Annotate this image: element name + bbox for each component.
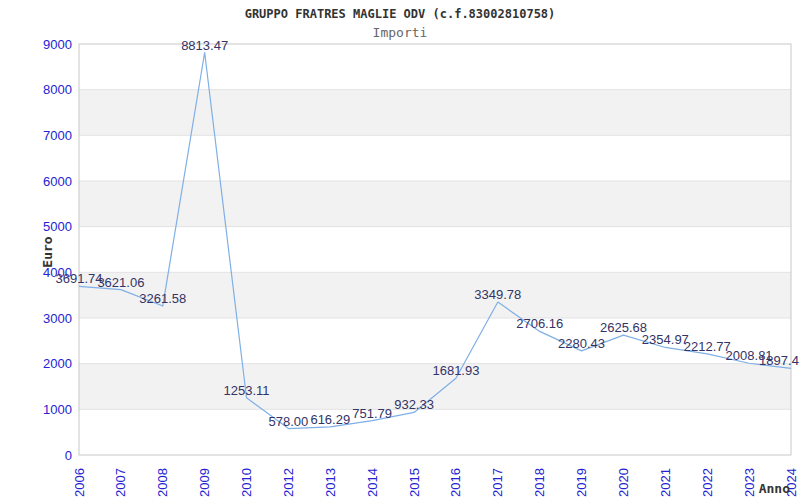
x-tick-label: 2017 bbox=[490, 468, 505, 497]
y-tick-label: 8000 bbox=[43, 82, 72, 97]
y-tick-label: 2000 bbox=[43, 356, 72, 371]
x-tick-label: 2020 bbox=[616, 468, 631, 497]
point-value-label: 3349.78 bbox=[474, 287, 521, 302]
y-tick-label: 5000 bbox=[43, 219, 72, 234]
chart-container: GRUPPO FRATRES MAGLIE ODV (c.f.830028107… bbox=[0, 0, 800, 500]
plot-alternating-bands bbox=[79, 90, 791, 410]
horizontal-gridlines bbox=[79, 90, 791, 410]
point-value-label: 1681.93 bbox=[432, 363, 479, 378]
point-value-label: 751.79 bbox=[352, 406, 392, 421]
x-tick-label: 2023 bbox=[742, 468, 757, 497]
y-axis-title: Euro bbox=[40, 236, 55, 267]
x-tick-label: 2012 bbox=[281, 468, 296, 497]
x-tick-label: 2016 bbox=[448, 468, 463, 497]
x-tick-label: 2019 bbox=[574, 468, 589, 497]
x-tick-label: 2008 bbox=[155, 468, 170, 497]
line-chart: 0100020003000400050006000700080009000 20… bbox=[0, 0, 800, 500]
y-tick-label: 9000 bbox=[43, 37, 72, 52]
plot-band bbox=[79, 90, 791, 136]
x-tick-label: 2022 bbox=[700, 468, 715, 497]
point-value-label: 578.00 bbox=[269, 414, 309, 429]
point-value-label: 2354.97 bbox=[642, 332, 689, 347]
x-tick-label: 2006 bbox=[72, 468, 87, 497]
x-tick-label: 2015 bbox=[407, 468, 422, 497]
point-value-label: 3261.58 bbox=[139, 291, 186, 306]
point-value-label: 2706.16 bbox=[516, 316, 563, 331]
y-tick-label: 7000 bbox=[43, 128, 72, 143]
point-value-label: 3691.74 bbox=[56, 271, 103, 286]
point-value-label: 2212.77 bbox=[684, 339, 731, 354]
point-value-label: 8813.47 bbox=[181, 38, 228, 53]
point-value-label: 1897.4 bbox=[759, 353, 799, 368]
y-tick-label: 1000 bbox=[43, 402, 72, 417]
y-tick-label: 6000 bbox=[43, 174, 72, 189]
point-value-label: 3621.06 bbox=[97, 275, 144, 290]
x-tick-label: 2013 bbox=[323, 468, 338, 497]
plot-band bbox=[79, 181, 791, 227]
x-tick-label: 2021 bbox=[658, 468, 673, 497]
point-value-label: 616.29 bbox=[310, 412, 350, 427]
x-tick-label: 2014 bbox=[365, 468, 380, 497]
x-tick-label: 2009 bbox=[197, 468, 212, 497]
point-value-label: 2280.43 bbox=[558, 336, 605, 351]
point-value-label: 1253.11 bbox=[224, 383, 270, 398]
x-tick-label: 2018 bbox=[532, 468, 547, 497]
y-tick-label: 3000 bbox=[43, 311, 72, 326]
x-tick-label: 2010 bbox=[239, 468, 254, 497]
point-value-label: 2625.68 bbox=[600, 320, 647, 335]
y-tick-label: 0 bbox=[65, 448, 72, 463]
x-tick-label: 2007 bbox=[113, 468, 128, 497]
x-axis-tick-labels: 2006200720082009201020122013201420152016… bbox=[72, 468, 799, 497]
point-value-label: 932.33 bbox=[394, 397, 434, 412]
x-axis-title: Anno bbox=[759, 481, 790, 496]
